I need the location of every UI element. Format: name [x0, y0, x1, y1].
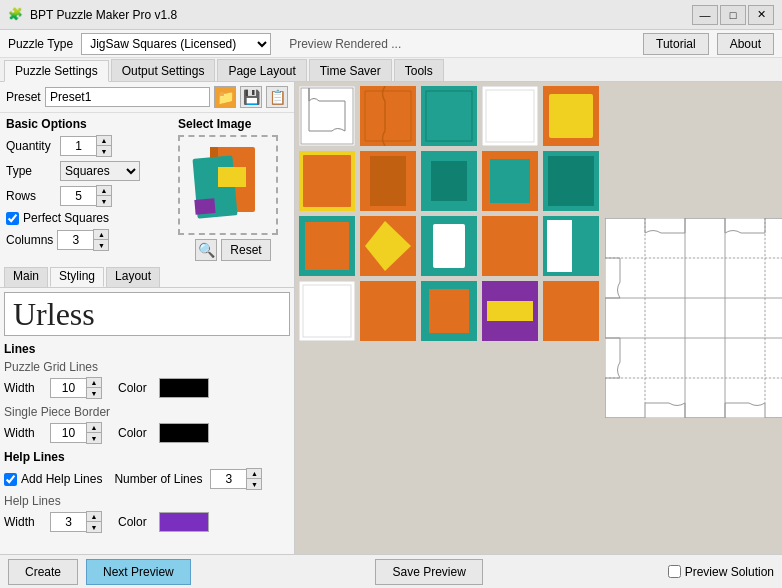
svg-rect-10: [482, 86, 538, 146]
single-piece-color-label: Color: [118, 426, 147, 440]
columns-up-btn[interactable]: ▲: [94, 230, 108, 240]
rows-input[interactable]: [60, 186, 96, 206]
solution-area: [605, 86, 782, 550]
preset-label: Preset: [6, 90, 41, 104]
save-preview-button[interactable]: Save Preview: [375, 559, 482, 585]
about-button[interactable]: About: [717, 33, 774, 55]
num-lines-up[interactable]: ▲: [247, 469, 261, 479]
tab-puzzle-settings[interactable]: Puzzle Settings: [4, 60, 109, 82]
bottom-bar: Create Next Preview Save Preview Preview…: [0, 554, 782, 588]
piece-4-5: [543, 281, 599, 341]
preview-status-label: Preview Rendered ...: [279, 37, 635, 51]
help-lines-width-up[interactable]: ▲: [87, 512, 101, 522]
num-lines-label: Number of Lines: [114, 472, 202, 486]
app-title: BPT Puzzle Maker Pro v1.8: [30, 8, 692, 22]
piece-1-5: [543, 86, 599, 146]
styling-panel: Urless Lines Puzzle Grid Lines Width ▲: [0, 288, 294, 554]
single-piece-width-up[interactable]: ▲: [87, 423, 101, 433]
puzzle-grid-width-label: Width: [4, 381, 44, 395]
puzzle-type-select[interactable]: JigSaw Squares (Licensed): [81, 33, 271, 55]
help-lines-width-down[interactable]: ▼: [87, 522, 101, 532]
svg-rect-39: [605, 218, 782, 418]
columns-input[interactable]: [57, 230, 93, 250]
single-piece-width-down[interactable]: ▼: [87, 433, 101, 443]
piece-1-1: [299, 86, 355, 146]
preview-solution-checkbox[interactable]: [668, 565, 681, 578]
puzzle-grid-width-input[interactable]: [50, 378, 86, 398]
tab-output-settings[interactable]: Output Settings: [111, 59, 216, 81]
piece-3-5: [543, 216, 599, 276]
search-image-button[interactable]: 🔍: [195, 239, 217, 261]
next-preview-button[interactable]: Next Preview: [86, 559, 191, 585]
minimize-button[interactable]: —: [692, 5, 718, 25]
rows-spinner: ▲ ▼: [60, 185, 112, 207]
piece-2-3: [421, 151, 477, 211]
preset-row: Preset 📁 💾 📋: [0, 82, 294, 113]
help-lines-color-picker[interactable]: [159, 512, 209, 532]
preset-input[interactable]: [45, 87, 210, 107]
pieces-grid: [299, 86, 601, 550]
title-bar: 🧩 BPT Puzzle Maker Pro v1.8 — □ ✕: [0, 0, 782, 30]
preset-save-as-button[interactable]: 📋: [266, 86, 288, 108]
puzzle-grid-width-up[interactable]: ▲: [87, 378, 101, 388]
puzzle-grid-lines-title: Puzzle Grid Lines: [4, 360, 290, 374]
puzzle-grid-width-down[interactable]: ▼: [87, 388, 101, 398]
maximize-button[interactable]: □: [720, 5, 746, 25]
preview-svg: [180, 137, 276, 233]
add-help-lines-checkbox[interactable]: [4, 473, 17, 486]
preview-solution-label: Preview Solution: [685, 565, 774, 579]
num-lines-spinner: ▲ ▼: [210, 468, 262, 490]
select-image-title: Select Image: [178, 117, 288, 131]
sub-tab-styling[interactable]: Styling: [50, 267, 104, 287]
lines-section: Lines Puzzle Grid Lines Width ▲ ▼: [4, 342, 290, 533]
piece-2-4: [482, 151, 538, 211]
piece-4-1: [299, 281, 355, 341]
help-lines-color-label: Color: [118, 515, 147, 529]
svg-rect-13: [549, 94, 593, 138]
help-lines-width-label: Width: [4, 515, 44, 529]
reset-button[interactable]: Reset: [221, 239, 270, 261]
type-row: Type Squares Rectangles: [6, 161, 170, 181]
tutorial-button[interactable]: Tutorial: [643, 33, 709, 55]
quantity-down-btn[interactable]: ▼: [97, 146, 111, 156]
script-text: Urless: [13, 296, 95, 333]
num-lines-input[interactable]: [210, 469, 246, 489]
svg-rect-18: [431, 161, 467, 201]
piece-3-4: [482, 216, 538, 276]
type-select[interactable]: Squares Rectangles: [60, 161, 140, 181]
rows-up-btn[interactable]: ▲: [97, 186, 111, 196]
rows-down-btn[interactable]: ▼: [97, 196, 111, 206]
single-piece-color-picker[interactable]: [159, 423, 209, 443]
piece-4-4: [482, 281, 538, 341]
quantity-up-btn[interactable]: ▲: [97, 136, 111, 146]
create-button[interactable]: Create: [8, 559, 78, 585]
sub-tab-layout[interactable]: Layout: [106, 267, 160, 287]
num-lines-down[interactable]: ▼: [247, 479, 261, 489]
image-controls: 🔍 Reset: [178, 239, 288, 261]
columns-down-btn[interactable]: ▼: [94, 240, 108, 250]
single-piece-border-section: Single Piece Border Width ▲ ▼ Color: [4, 405, 290, 444]
preset-folder-button[interactable]: 📁: [214, 86, 236, 108]
tab-page-layout[interactable]: Page Layout: [217, 59, 306, 81]
perfect-squares-label: Perfect Squares: [23, 211, 109, 225]
puzzle-grid-color-picker[interactable]: [159, 378, 209, 398]
piece-4-3: [421, 281, 477, 341]
single-piece-width-label: Width: [4, 426, 44, 440]
help-lines-width-input[interactable]: [50, 512, 86, 532]
perfect-squares-checkbox[interactable]: [6, 212, 19, 225]
quantity-label: Quantity: [6, 139, 56, 153]
sub-tab-main[interactable]: Main: [4, 267, 48, 287]
quantity-input[interactable]: [60, 136, 96, 156]
single-piece-width-input[interactable]: [50, 423, 86, 443]
tab-time-saver[interactable]: Time Saver: [309, 59, 392, 81]
tab-tools[interactable]: Tools: [394, 59, 444, 81]
menu-bar: Puzzle Type JigSaw Squares (Licensed) Pr…: [0, 30, 782, 58]
help-lines-title: Help Lines: [4, 450, 290, 464]
close-button[interactable]: ✕: [748, 5, 774, 25]
help-lines-width-spinner: ▲ ▼: [50, 511, 102, 533]
svg-rect-28: [482, 216, 538, 276]
left-panel: Preset 📁 💾 📋 Basic Options Quantity ▲ ▼: [0, 82, 295, 554]
puzzle-grid-color-label: Color: [118, 381, 147, 395]
num-lines-spin-btns: ▲ ▼: [246, 468, 262, 490]
preset-save-button[interactable]: 💾: [240, 86, 262, 108]
